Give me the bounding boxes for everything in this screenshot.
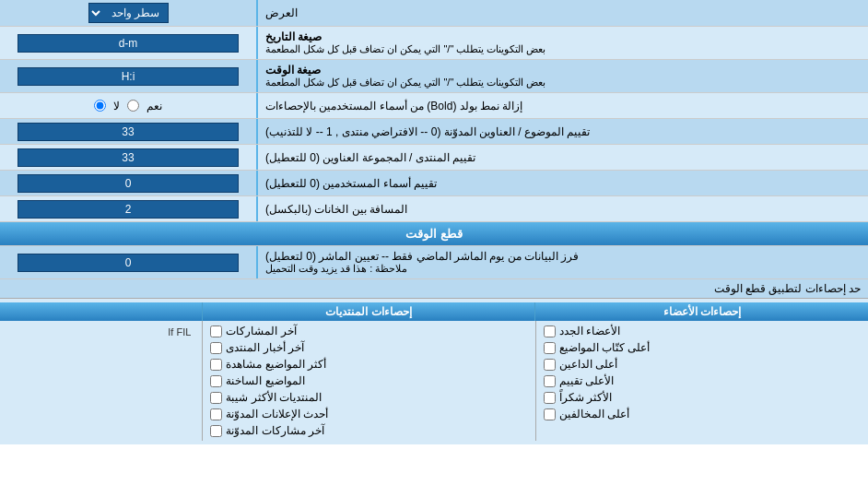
cutoff-input[interactable]: 0: [18, 254, 238, 272]
bold-radio-group: نعم لا: [94, 100, 162, 112]
forum-group-row: تقييم المنتدى / المجموعة العناوين (0 للت…: [0, 145, 868, 171]
usernames-label: تقييم أسماء المستخدمين (0 للتعطيل): [258, 171, 868, 195]
checkbox-col-members: الأعضاء الجدد أعلى كتّاب المواضيع أعلى ا…: [535, 321, 868, 441]
subject-order-label: تقييم الموضوع / العناوين المدوّنة (0 -- …: [258, 119, 868, 144]
subject-order-input-cell: 33: [0, 119, 258, 144]
checkbox-item: أعلى المخالفين: [540, 406, 864, 422]
checkbox-top-violators[interactable]: [544, 408, 556, 420]
date-format-label: صيغة التاريخ بعض التكوينات يتطلب "/" الت…: [258, 27, 868, 59]
checkbox-item: الأعضاء الجدد: [540, 323, 864, 339]
checkbox-top-rated[interactable]: [544, 375, 556, 387]
cutoff-header-label: قطع الوقت: [0, 222, 868, 245]
checkbox-latest-announcements[interactable]: [210, 408, 222, 420]
bold-label: إزالة نمط بولد (Bold) من أسماء المستخدمي…: [258, 93, 868, 118]
checkbox-item: المنتديات الأكثر شيبة: [206, 389, 531, 406]
checkbox-item: أكثر المواضيع مشاهدة: [206, 356, 531, 373]
forum-group-label: تقييم المنتدى / المجموعة العناوين (0 للت…: [258, 145, 868, 170]
cutoff-label: فرز البيانات من يوم الماشر الماضي فقط --…: [258, 246, 868, 278]
checkbox-item: أحدث الإعلانات المدوّنة: [206, 406, 531, 422]
cutoff-input-cell: 0: [0, 246, 258, 278]
checkbox-members-new[interactable]: [544, 325, 556, 337]
ard-label: العرض: [258, 0, 868, 26]
distance-label: المسافة بين الخانات (بالبكسل): [258, 196, 868, 221]
distance-input-cell: 2: [0, 196, 258, 221]
bold-row: إزالة نمط بولد (Bold) من أسماء المستخدمي…: [0, 93, 868, 119]
subject-order-input[interactable]: 33: [18, 123, 238, 141]
cutoff-section-header: قطع الوقت: [0, 222, 868, 246]
checkbox-most-viewed[interactable]: [210, 359, 222, 371]
checkbox-item: آخر المشاركات: [206, 323, 531, 339]
apply-label-row: حد إحصاءات لتطبيق قطع الوقت: [0, 279, 868, 299]
checkbox-item: أعلى الداعين: [540, 356, 864, 373]
checkbox-col-forums: آخر المشاركات آخر أخبار المنتدى أكثر الم…: [202, 321, 534, 441]
fil-note: If FIL: [4, 323, 198, 341]
checkbox-last-posts[interactable]: [210, 325, 222, 337]
date-format-row: صيغة التاريخ بعض التكوينات يتطلب "/" الت…: [0, 27, 868, 60]
bold-radio-yes[interactable]: [127, 100, 139, 112]
bold-radio-no[interactable]: [94, 100, 106, 112]
date-format-input[interactable]: d-m: [18, 34, 238, 53]
ard-select[interactable]: سطر واحد خطين ثلاثة خطوط: [88, 3, 169, 23]
checkbox-col-empty: If FIL: [0, 321, 202, 441]
ard-row: العرض سطر واحد خطين ثلاثة خطوط: [0, 0, 868, 27]
checkbox-section: إحصاءات الأعضاء إحصاءات المنتديات الأعضا…: [0, 299, 868, 444]
checkbox-last-news[interactable]: [210, 342, 222, 354]
checkbox-last-blog-posts[interactable]: [210, 425, 222, 437]
cutoff-row: فرز البيانات من يوم الماشر الماضي فقط --…: [0, 246, 868, 279]
checkbox-most-thanked[interactable]: [544, 392, 556, 404]
distance-row: المسافة بين الخانات (بالبكسل) 2: [0, 196, 868, 222]
checkbox-item: المواضيع الساخنة: [206, 373, 531, 389]
usernames-row: تقييم أسماء المستخدمين (0 للتعطيل) 0: [0, 171, 868, 196]
subject-order-row: تقييم الموضوع / العناوين المدوّنة (0 -- …: [0, 119, 868, 145]
checkbox-item: الأعلى تقييم: [540, 373, 864, 389]
checkbox-rows: الأعضاء الجدد أعلى كتّاب المواضيع أعلى ا…: [0, 321, 868, 441]
forum-group-input[interactable]: 33: [18, 148, 238, 167]
checkbox-most-popular-forums[interactable]: [210, 392, 222, 404]
ard-input-cell: سطر واحد خطين ثلاثة خطوط: [0, 0, 258, 26]
time-format-label: صيغة الوقت بعض التكوينات يتطلب "/" التي …: [258, 60, 868, 92]
checkbox-top-topic-writers[interactable]: [544, 342, 556, 354]
checkbox-top-inviters[interactable]: [544, 359, 556, 371]
bold-input-cell: نعم لا: [0, 93, 258, 118]
checkbox-col-header-forums: إحصاءات المنتديات: [202, 302, 535, 321]
checkbox-item: الأكثر شكراً: [540, 389, 864, 406]
time-format-row: صيغة الوقت بعض التكوينات يتطلب "/" التي …: [0, 60, 868, 93]
date-format-input-cell: d-m: [0, 27, 258, 59]
checkbox-header-row: إحصاءات الأعضاء إحصاءات المنتديات: [0, 302, 868, 321]
distance-input[interactable]: 2: [18, 200, 238, 219]
checkbox-item: أعلى كتّاب المواضيع: [540, 339, 864, 356]
apply-label: حد إحصاءات لتطبيق قطع الوقت: [7, 282, 861, 295]
checkbox-item: آخر مشاركات المدوّنة: [206, 422, 531, 439]
checkbox-item: آخر أخبار المنتدى: [206, 339, 531, 356]
time-format-input-cell: H:i: [0, 60, 258, 92]
checkbox-col-header-members: إحصاءات الأعضاء: [534, 302, 868, 321]
checkbox-hot-topics[interactable]: [210, 375, 222, 387]
main-container: العرض سطر واحد خطين ثلاثة خطوط صيغة التا…: [0, 0, 868, 444]
forum-group-input-cell: 33: [0, 145, 258, 170]
checkbox-col-header-empty: [0, 302, 202, 321]
usernames-input-cell: 0: [0, 171, 258, 195]
time-format-input[interactable]: H:i: [18, 67, 238, 86]
usernames-input[interactable]: 0: [18, 174, 238, 193]
